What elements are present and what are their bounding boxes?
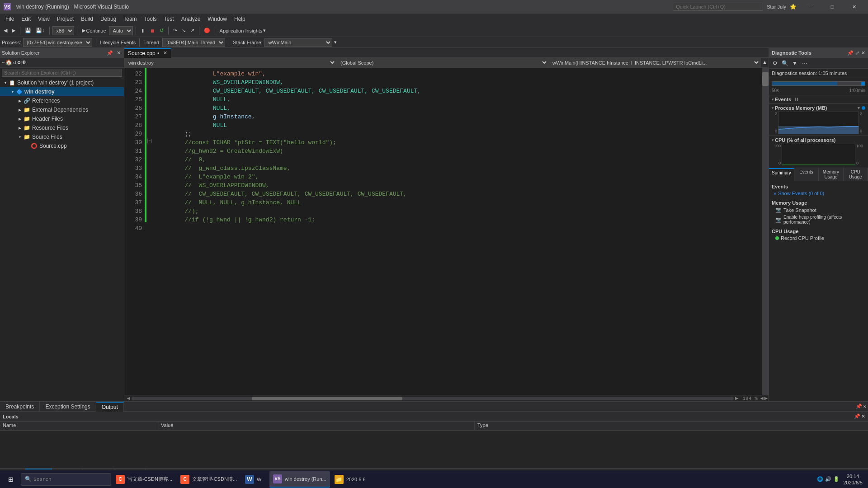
global-scope-dropdown[interactable]: (Global Scope): [336, 58, 548, 67]
thread-dropdown[interactable]: [0x8E04] Main Thread: [162, 38, 225, 47]
tab-breakpoints[interactable]: Breakpoints: [0, 402, 40, 412]
menu-analyze[interactable]: Analyze: [178, 14, 204, 24]
diag-filter-icon[interactable]: ▼: [791, 59, 799, 67]
diag-settings-icon[interactable]: ⚙: [771, 59, 779, 67]
menu-debug[interactable]: Debug: [97, 14, 120, 24]
tray-datetime[interactable]: 20:14 2020/6/5: [843, 473, 863, 485]
taskbar-item-csdn1[interactable]: C 写文章-CSDN博客...: [112, 471, 176, 488]
start-button[interactable]: ⊞: [2, 470, 20, 488]
se-close-icon[interactable]: ✕: [115, 50, 122, 56]
se-view-icon[interactable]: 👁: [21, 59, 27, 66]
se-pin-icon[interactable]: 📌: [105, 50, 114, 56]
maximize-button[interactable]: □: [822, 0, 843, 14]
diag-search-icon[interactable]: 🔍: [781, 59, 789, 67]
debug-target-dropdown[interactable]: x86: [52, 26, 74, 35]
se-search-input[interactable]: [2, 69, 122, 77]
tree-item-references[interactable]: ▶ 🔗 References: [0, 96, 124, 105]
show-events-link[interactable]: » Show Events (0 of 0): [772, 190, 865, 197]
diag-tab-memory[interactable]: Memory Usage: [819, 168, 843, 181]
menu-view[interactable]: View: [34, 14, 53, 24]
scroll-left-btn[interactable]: ◀: [125, 395, 132, 402]
process-dropdown[interactable]: [0x7E54] win destroy.exe: [23, 38, 92, 47]
menu-test[interactable]: Test: [160, 14, 178, 24]
diag-expand-icon[interactable]: ⤢: [855, 50, 859, 56]
minimize-button[interactable]: ─: [800, 0, 821, 14]
bottom-pin-icon[interactable]: 📌: [856, 404, 862, 409]
se-home-icon[interactable]: 🏠: [5, 59, 12, 66]
tree-item-solution[interactable]: ▾ 📋 Solution 'win destroy' (1 project): [0, 78, 124, 87]
scroll-right-btn[interactable]: ▶: [734, 395, 740, 402]
stack-dropdown[interactable]: wWinMain: [264, 38, 332, 47]
taskbar-item-csdn2[interactable]: C 文章管理-CSDN博...: [177, 471, 241, 488]
taskbar-item-vs[interactable]: VS win destroy (Run...: [269, 471, 330, 488]
tab-close-icon[interactable]: ✕: [163, 50, 167, 56]
tab-output[interactable]: Output: [96, 402, 124, 412]
menu-build[interactable]: Build: [77, 14, 97, 24]
save-button[interactable]: 💾: [23, 27, 33, 34]
zoom-out-btn[interactable]: ◀: [760, 395, 764, 401]
pause-button[interactable]: ⏸: [139, 27, 147, 34]
tray-battery-icon[interactable]: 🔋: [833, 476, 840, 482]
enable-heap-item[interactable]: 📷 Enable heap profiling (affects perform…: [772, 214, 865, 225]
tray-network-icon[interactable]: 🌐: [817, 476, 823, 482]
menu-file[interactable]: File: [2, 14, 18, 24]
function-dropdown[interactable]: wWinMain(HINSTANCE hInstance, HINSTANCE,…: [548, 58, 760, 67]
se-filter-icon[interactable]: ⚙: [17, 59, 20, 66]
taskbar-item-word[interactable]: W W: [241, 471, 269, 488]
take-snapshot-btn[interactable]: 📷 Take Snapshot: [772, 206, 865, 213]
tree-item-source-cpp[interactable]: ⭕ Source.cpp: [0, 141, 124, 150]
bottom-close-icon[interactable]: ✕: [863, 404, 866, 409]
step-into[interactable]: ↘: [180, 27, 188, 34]
tab-exception-settings[interactable]: Exception Settings: [40, 402, 96, 412]
tree-item-header-files[interactable]: ▶ 📁 Header Files: [0, 114, 124, 123]
step-over[interactable]: ↷: [171, 27, 179, 34]
locals-close-icon[interactable]: ✕: [861, 413, 865, 419]
record-cpu-item[interactable]: Record CPU Profile: [772, 235, 865, 241]
taskbar-search[interactable]: 🔍 Search: [21, 473, 111, 486]
continue-mode-dropdown[interactable]: Auto: [109, 26, 133, 35]
diag-tab-summary[interactable]: Summary: [769, 168, 794, 181]
diag-more-icon[interactable]: ⋯: [801, 59, 809, 67]
events-collapse-icon[interactable]: ▾: [772, 97, 774, 102]
scroll-up-btn[interactable]: ▲: [760, 58, 769, 67]
horizontal-scrollbar[interactable]: ◀ ▶ 194 % ◀ ▶: [124, 395, 769, 401]
tree-item-ext-deps[interactable]: ▶ 📁 External Dependencies: [0, 105, 124, 114]
tray-sound-icon[interactable]: 🔊: [825, 476, 831, 482]
code-editor[interactable]: L"example win", WS_OVERLAPPEDWINDOW, CW_…: [153, 68, 762, 395]
stop-button[interactable]: ⏹: [148, 27, 157, 34]
file-scope-dropdown[interactable]: win destroy: [124, 58, 336, 67]
diag-tab-events[interactable]: Events: [794, 168, 819, 181]
memory-filter-icon[interactable]: ▼: [857, 106, 861, 110]
quick-launch-input[interactable]: [673, 3, 763, 11]
cpu-collapse-icon[interactable]: ▾: [772, 138, 774, 142]
diag-pin-icon[interactable]: 📌: [847, 50, 854, 56]
save-all-button[interactable]: 💾↕: [34, 27, 47, 34]
menu-help[interactable]: Help: [231, 14, 249, 24]
tree-item-source-files[interactable]: ▾ 📁 Source Files: [0, 132, 124, 141]
close-button[interactable]: ✕: [844, 0, 864, 14]
expand-stack-icon[interactable]: ▾: [334, 39, 337, 45]
memory-collapse-icon[interactable]: ▾: [772, 106, 774, 110]
back-button[interactable]: ◀: [2, 27, 9, 34]
vertical-scrollbar[interactable]: [762, 68, 769, 395]
forward-button[interactable]: ▶: [10, 27, 17, 34]
menu-window[interactable]: Window: [204, 14, 231, 24]
tree-item-project[interactable]: ▾ 🔷 win destroy: [0, 87, 124, 96]
se-sync-icon[interactable]: ↔: [2, 60, 5, 65]
collapse-btn-30[interactable]: −: [147, 139, 152, 143]
step-out[interactable]: ↗: [189, 27, 196, 34]
menu-project[interactable]: Project: [53, 14, 77, 24]
diag-tab-cpu[interactable]: CPU Usage: [844, 168, 868, 181]
restart-button[interactable]: ↺: [158, 27, 165, 34]
locals-pin-icon[interactable]: 📌: [854, 413, 860, 419]
zoom-controls[interactable]: ◀ ▶: [760, 395, 768, 401]
app-insights-button[interactable]: Application Insights ▾: [218, 27, 268, 34]
se-refresh-icon[interactable]: ↺: [13, 59, 16, 66]
continue-button[interactable]: ▶ Continue: [80, 27, 108, 34]
diag-close-icon[interactable]: ✕: [861, 50, 865, 56]
tab-source-cpp[interactable]: Source.cpp ● ✕: [124, 48, 171, 58]
zoom-in-btn[interactable]: ▶: [764, 395, 768, 401]
tree-item-resource-files[interactable]: ▶ 📁 Resource Files: [0, 123, 124, 132]
menu-tools[interactable]: Tools: [141, 14, 160, 24]
breakpoint-button[interactable]: 🔴: [202, 27, 212, 34]
